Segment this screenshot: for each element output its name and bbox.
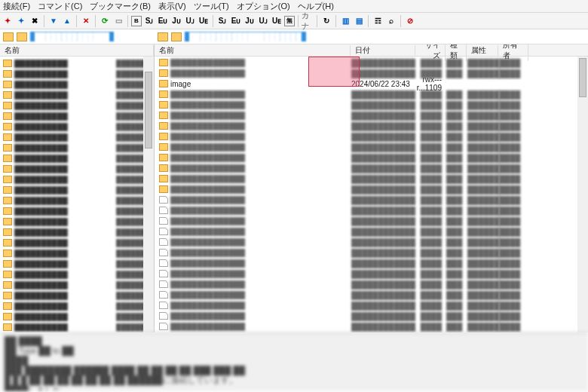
remote-scrollbar[interactable] — [577, 57, 588, 332]
list-item[interactable]: ████████████████████████████████████████… — [155, 226, 588, 237]
menu-command[interactable]: コマンド(C) — [38, 1, 82, 12]
list-item-image[interactable]: image2024/06/22 23:43rwx---r...1109 — [155, 78, 588, 89]
list-item[interactable]: ████████████████████████████████████████… — [155, 184, 588, 194]
toolbar-noentry-button[interactable]: ⊘ — [404, 15, 416, 27]
list-item[interactable]: ████████████████████████████████████████… — [155, 89, 588, 100]
toolbar-connect-button[interactable]: ✦ — [15, 15, 27, 27]
local-file-list[interactable]: ████████████████████████████████████████… — [0, 57, 154, 332]
toolbar-reload-button[interactable]: ↻ — [320, 15, 332, 27]
remote-file-list[interactable]: ████████████████████████████████████████… — [155, 57, 588, 332]
list-item[interactable]: ████████████████████████████████████████… — [155, 163, 588, 173]
col-name[interactable]: 名前 — [155, 45, 351, 56]
toolbar-sort-button[interactable]: ☶ — [372, 15, 384, 27]
list-item[interactable]: ████████████████████████████████████████… — [155, 68, 588, 78]
list-item[interactable]: ████████████████████████████████████████… — [155, 216, 588, 226]
list-item[interactable]: ████████████████████████████████████████… — [155, 194, 588, 205]
list-item[interactable]: ████████████████ — [0, 69, 154, 79]
list-item[interactable]: ████████████████ — [0, 185, 154, 195]
list-item[interactable]: ████████████████ — [0, 216, 154, 227]
list-item[interactable]: ████████████████████████████████████████… — [155, 121, 588, 131]
list-item[interactable]: ████████████████████████████████████████… — [155, 152, 588, 163]
menu-bookmark[interactable]: ブックマーク(B) — [90, 1, 151, 12]
list-item[interactable]: ████████████████ — [0, 206, 154, 216]
menu-option[interactable]: オプション(O) — [237, 1, 290, 12]
toolbar-download-button[interactable]: ▼ — [47, 15, 60, 27]
list-item[interactable]: ████████████████████████████████████████… — [155, 142, 588, 152]
list-item[interactable]: ████████████████ — [0, 90, 154, 100]
toolbar-S1-button[interactable]: Sᴊ — [143, 15, 155, 27]
toolbar-kana-button[interactable]: カナ — [302, 15, 314, 27]
list-item[interactable]: ████████████████████████████████████████… — [155, 311, 588, 321]
list-item[interactable]: ████████████████████████████████████████… — [155, 237, 588, 247]
toolbar-disconnect-button[interactable]: ✦ — [2, 15, 14, 27]
list-item[interactable]: ████████████████████████████████████████… — [155, 268, 588, 279]
list-item[interactable]: ████████████████ — [0, 248, 154, 259]
list-item[interactable]: ████████████████ — [0, 311, 154, 322]
list-item[interactable]: ████████████████ — [0, 227, 154, 237]
toolbar-upload-button[interactable]: ▲ — [61, 15, 73, 27]
toolbar-U1-button[interactable]: Uᴊ — [184, 15, 196, 27]
list-item[interactable]: ████████████████ — [0, 259, 154, 269]
list-item[interactable]: ████████████████ — [0, 100, 154, 111]
toolbar-list2-button[interactable]: ▤ — [353, 15, 365, 27]
list-item[interactable]: ████████████████ — [0, 290, 154, 301]
folder-open-icon[interactable] — [171, 32, 182, 41]
file-icon — [159, 207, 168, 214]
toolbar-J2-button[interactable]: Jᴜ — [243, 15, 256, 27]
list-item[interactable]: ████████████████████████████████████████… — [155, 247, 588, 258]
toolbar-find-button[interactable]: ⌕ — [385, 15, 397, 27]
list-item[interactable]: ████████████████████████████████████████… — [155, 300, 588, 311]
list-item[interactable]: ████████████████████████████████████████… — [155, 205, 588, 216]
toolbar-U3-button[interactable]: Uᴊ — [257, 15, 269, 27]
list-item[interactable]: ████████████████████████████████████████… — [155, 173, 588, 184]
list-item[interactable]: ████████████████ — [0, 280, 154, 290]
toolbar-mu-button[interactable]: 無 — [284, 16, 295, 26]
toolbar-list1-button[interactable]: ▥ — [339, 15, 351, 27]
list-item[interactable]: ████████████████ — [0, 111, 154, 121]
toolbar-J1-button[interactable]: Jᴜ — [170, 15, 182, 27]
list-item[interactable]: ████████████████ — [0, 132, 154, 142]
remote-path[interactable]: █████████████████████ — [185, 32, 306, 41]
list-item[interactable]: ████████████████████████████████████████… — [155, 279, 588, 289]
col-name[interactable]: 名前 — [0, 45, 154, 56]
list-item[interactable]: ████████████████████████████████████████… — [155, 258, 588, 268]
toolbar-newfolder-button[interactable]: ▭ — [112, 15, 124, 27]
list-item[interactable]: ████████████████ — [0, 153, 154, 164]
list-item[interactable]: ████████████████ — [0, 301, 154, 311]
col-attr[interactable]: 属性 — [467, 45, 498, 56]
list-item[interactable]: ████████████████ — [0, 164, 154, 174]
list-item[interactable]: ████████████████ — [0, 142, 154, 153]
log-panel[interactable]: ██ ████ ██ Type ██ to ██ ████ ███ ██████… — [0, 332, 588, 391]
toolbar-E2-button[interactable]: Eᴜ — [230, 15, 242, 27]
list-item[interactable]: ████████████████████████████████████████… — [155, 100, 588, 110]
list-item[interactable]: ████████████████████████████████████████… — [155, 110, 588, 121]
toolbar-U4-button[interactable]: Uᴇ — [271, 15, 283, 27]
toolbar-E1-button[interactable]: Eᴜ — [157, 15, 169, 27]
toolbar-U2-button[interactable]: Uᴇ — [198, 15, 210, 27]
toolbar-refresh-button[interactable]: ⟳ — [99, 15, 111, 27]
local-path[interactable]: ██████████████ — [30, 32, 114, 41]
list-item[interactable]: ████████████████ — [0, 322, 154, 332]
toolbar-stop-button[interactable]: ✕ — [80, 15, 92, 27]
list-item[interactable]: ████████████████████████████████████████… — [155, 57, 588, 68]
list-item[interactable]: ████████████████████████████████████████… — [155, 321, 588, 332]
list-item[interactable]: ████████████████ — [0, 79, 154, 90]
list-item[interactable]: ████████████████ — [0, 195, 154, 206]
col-date[interactable]: 日付 — [351, 45, 415, 56]
menu-view[interactable]: 表示(V) — [158, 1, 186, 12]
local-scrollbar[interactable] — [143, 57, 154, 332]
toolbar-quick-button[interactable]: ✖ — [29, 15, 41, 27]
list-item[interactable]: ████████████████ — [0, 121, 154, 132]
folder-icon — [3, 313, 12, 320]
toolbar-S2-button[interactable]: Sᴊ — [216, 15, 228, 27]
list-item[interactable]: ████████████████ — [0, 237, 154, 248]
folder-open-icon[interactable] — [17, 32, 27, 41]
list-item[interactable]: ████████████████ — [0, 269, 154, 280]
toolbar-B-button[interactable]: B — [131, 16, 142, 26]
list-item[interactable]: ████████████████ — [0, 58, 154, 69]
menu-connect[interactable]: 接続(F) — [3, 1, 30, 12]
list-item[interactable]: ████████████████ — [0, 174, 154, 185]
menu-tool[interactable]: ツール(T) — [194, 1, 229, 12]
list-item[interactable]: ████████████████████████████████████████… — [155, 131, 588, 142]
list-item[interactable]: ████████████████████████████████████████… — [155, 289, 588, 300]
